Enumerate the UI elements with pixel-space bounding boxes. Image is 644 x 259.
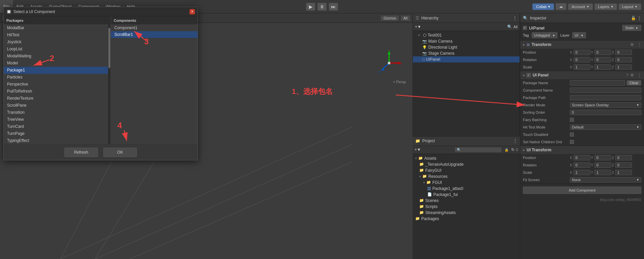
transform-section-header[interactable]: ▾ ⊞ Transform ⚙ ⋮ <box>520 41 644 49</box>
pkg-pulltorefresh[interactable]: PullToRefresh <box>4 88 108 95</box>
fit-screen-dropdown[interactable]: None ▼ <box>570 177 641 183</box>
touch-disabled-checkbox[interactable] <box>570 133 574 137</box>
pkg-package1[interactable]: Package1 <box>4 67 108 74</box>
dialog-close-button[interactable]: ✕ <box>190 9 195 14</box>
project-package1-atlas[interactable]: 🖼 Package1_atlas0 <box>413 186 520 192</box>
pkg-scrollpane[interactable]: ScrollPane <box>4 102 108 109</box>
hit-test-dropdown[interactable]: Default ▼ <box>570 124 641 130</box>
pkg-particles[interactable]: Particles <box>4 74 108 81</box>
pkg-turnpage[interactable]: TurnPage <box>4 130 108 137</box>
comp-scrollbar1[interactable]: ScrollBar1 <box>111 31 198 38</box>
fairy-batching-checkbox[interactable] <box>570 118 574 122</box>
component-enable-checkbox[interactable]: ✓ <box>523 26 527 30</box>
ui-panel-section-header[interactable]: ▾ ✓ UI Panel ? ⚙ ⋮ <box>520 71 644 79</box>
ui-scale-x-field[interactable] <box>574 170 590 175</box>
project-streaming[interactable]: 📁 StreamingAssets <box>413 210 520 216</box>
hierarchy-options-icon[interactable]: ⋮ <box>513 16 517 20</box>
package-path-field[interactable] <box>570 95 641 100</box>
ui-scale-y-field[interactable] <box>594 170 611 175</box>
project-options-icon[interactable]: ⋮ <box>513 139 517 143</box>
project-scripts[interactable]: 📁 Scripts <box>413 204 520 210</box>
inspector-more-icon[interactable]: ⋮ <box>637 16 641 20</box>
inspector-lock-icon[interactable]: 🔓 <box>631 16 636 20</box>
project-packages[interactable]: 📁 Packages <box>413 216 520 222</box>
step-button[interactable]: ⏭ <box>329 3 338 11</box>
ok-button[interactable]: OK <box>103 148 137 157</box>
ui-rot-x-field[interactable] <box>574 162 590 168</box>
transform-options[interactable]: ⚙ <box>630 42 634 47</box>
pkg-turncard[interactable]: TurnCard <box>4 123 108 130</box>
scale-y-field[interactable] <box>594 64 611 70</box>
account-button[interactable]: Account ▼ <box>568 3 593 10</box>
rot-x-field[interactable] <box>574 57 590 62</box>
static-button[interactable]: Static ▼ <box>622 25 642 31</box>
select-ui-component-dialog[interactable]: 🔲 Select a UI Component ✕ Packages Modal… <box>3 7 198 160</box>
pkg-rendertexture[interactable]: RenderTexture <box>4 95 108 102</box>
pos-z-field[interactable] <box>615 50 632 55</box>
pkg-hittest[interactable]: HitTest <box>4 32 108 39</box>
pkg-looplist[interactable]: LoopList <box>4 46 108 53</box>
project-package1-fui[interactable]: 📄 Package1_fui <box>413 192 520 198</box>
hierarchy-add-icon[interactable]: +▼ <box>415 24 421 29</box>
play-button[interactable]: ▶ <box>306 3 315 11</box>
scale-x-field[interactable] <box>574 64 590 70</box>
transform-more[interactable]: ⋮ <box>637 42 641 47</box>
ui-panel-more[interactable]: ⋮ <box>637 73 641 77</box>
native-children-checkbox[interactable] <box>570 140 574 144</box>
pause-button[interactable]: ⏸ <box>317 3 327 11</box>
comp-name-field[interactable] <box>570 88 641 93</box>
refresh-button[interactable]: Refresh <box>64 148 98 157</box>
project-terrain[interactable]: 📁 _TerrainAutoUpgrade <box>413 161 520 167</box>
clear-button[interactable]: Clear <box>627 80 641 86</box>
hierarchy-main-camera[interactable]: 📷 Main Camera <box>413 38 520 44</box>
ui-panel-enable-checkbox[interactable]: ✓ <box>527 73 531 77</box>
scene-gizmo[interactable]: y x z <box>376 50 402 76</box>
ui-rot-y-field[interactable] <box>594 162 611 168</box>
hierarchy-stage-camera[interactable]: 📷 Stage Camera <box>413 50 520 56</box>
tag-select[interactable]: Untagged ▼ <box>532 32 558 38</box>
package-name-field[interactable] <box>570 80 625 86</box>
scene-gizmos-btn[interactable]: Gizmos <box>380 15 399 21</box>
layers-button[interactable]: Layers ▼ <box>594 3 617 10</box>
project-fgui[interactable]: ▾ 📁 FGUI <box>413 179 520 186</box>
pkg-perspective[interactable]: Perspective <box>4 81 108 88</box>
layout-button[interactable]: Layout ▼ <box>619 3 641 10</box>
ui-pos-y-field[interactable] <box>594 155 611 160</box>
packages-scrollbar[interactable] <box>108 24 111 144</box>
pos-x-field[interactable] <box>574 50 590 55</box>
project-fairygui[interactable]: 📁 FairyGUI <box>413 167 520 173</box>
layer-select[interactable]: UI ▼ <box>572 32 586 38</box>
add-component-button[interactable]: Add Component <box>523 187 641 194</box>
comp-component1[interactable]: Component1 <box>111 24 198 31</box>
pkg-model[interactable]: Model <box>4 60 108 67</box>
ui-panel-options[interactable]: ⚙ <box>630 73 634 77</box>
project-assets[interactable]: ▾ 📁 Assets <box>413 155 520 161</box>
project-resources[interactable]: ▾ 📁 Resources <box>413 173 520 179</box>
rot-z-field[interactable] <box>615 57 632 62</box>
sorting-order-field[interactable] <box>570 110 641 115</box>
ui-rot-z-field[interactable] <box>615 162 632 168</box>
pkg-modalbar[interactable]: ModalBar <box>4 24 108 32</box>
ui-pos-x-field[interactable] <box>574 155 590 160</box>
hierarchy-root-item[interactable]: ▾ ⬡ Test001 <box>413 32 520 38</box>
pkg-modalwaiting[interactable]: ModalWaiting <box>4 53 108 60</box>
scale-z-field[interactable] <box>615 64 632 70</box>
ui-scale-z-field[interactable] <box>615 170 632 175</box>
hierarchy-uipanel[interactable]: □ UIPanel <box>413 56 520 62</box>
project-scenes[interactable]: 📁 Scenes <box>413 198 520 204</box>
project-search-input[interactable] <box>454 147 502 153</box>
ui-transform-header[interactable]: ▾ UI Transform <box>520 146 644 154</box>
pkg-typingeffect[interactable]: TypingEffect <box>4 137 108 144</box>
pkg-treeview[interactable]: TreeView <box>4 116 108 123</box>
cloud-button[interactable]: ☁ <box>555 3 567 10</box>
ui-panel-help-icon[interactable]: ? <box>626 73 628 77</box>
pkg-joystick[interactable]: Joystick <box>4 39 108 46</box>
scene-all-btn[interactable]: All <box>400 15 411 21</box>
project-add-icon[interactable]: +▼ <box>415 147 421 152</box>
project-refresh-icon[interactable]: ↻ <box>511 147 515 152</box>
render-mode-dropdown[interactable]: Screen Space Overlay ▼ <box>570 102 641 108</box>
rot-y-field[interactable] <box>594 57 611 62</box>
pos-y-field[interactable] <box>594 50 611 55</box>
collab-button[interactable]: Collab ▼ <box>532 3 554 10</box>
ui-pos-z-field[interactable] <box>615 155 632 160</box>
